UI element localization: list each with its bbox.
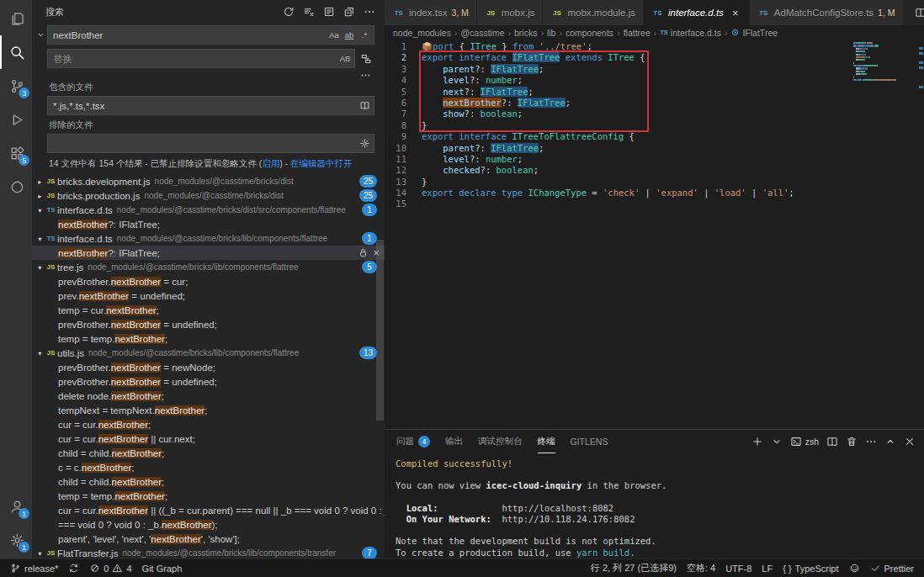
- file-result-row[interactable]: ▸JSbricks.production.jsnode_modules/@cas…: [32, 188, 385, 203]
- panel-tab-调试控制台[interactable]: 调试控制台: [478, 430, 523, 453]
- activity-bar-item-remote-explorer[interactable]: [0, 170, 32, 204]
- status-item-feedback[interactable]: [844, 559, 865, 577]
- terminal-dropdown-button[interactable]: [771, 436, 783, 447]
- minimap[interactable]: [853, 40, 916, 85]
- panel-tab-问题[interactable]: 问题4: [396, 430, 430, 453]
- toggle-replace-chevron[interactable]: [34, 25, 47, 45]
- tab-mobx.js[interactable]: JSmobx.js: [477, 0, 544, 25]
- open-search-editor-button[interactable]: [321, 3, 337, 20]
- status-item-cursor-position[interactable]: 行 2, 列 27 (已选择9): [586, 559, 682, 577]
- files-include-input[interactable]: [53, 101, 355, 111]
- breadcrumb-item-@casstime[interactable]: @casstime: [460, 28, 504, 38]
- search-input[interactable]: [53, 30, 327, 40]
- open-editors-filter-icon[interactable]: [355, 98, 374, 114]
- match-row[interactable]: temp = temp.nextBrother;: [32, 331, 385, 346]
- replace-all-button[interactable]: [358, 50, 374, 67]
- file-result-row[interactable]: ▾JSFlatTransfer.jsnode_modules/@casstime…: [32, 546, 385, 558]
- status-item-eol[interactable]: LF: [757, 559, 778, 577]
- match-row[interactable]: cur = cur.nextBrother || ((_b = cur.pare…: [32, 503, 385, 517]
- match-row[interactable]: child = child.nextBrother;: [32, 474, 385, 489]
- panel-tab-GITLENS[interactable]: GITLENS: [571, 430, 608, 453]
- breadcrumb-item-interface.d.ts[interactable]: TSinterface.d.ts: [660, 28, 721, 38]
- status-item-problems[interactable]: 04: [84, 559, 136, 577]
- file-result-row[interactable]: ▾JSutils.jsnode_modules/@casstime/bricks…: [32, 346, 385, 360]
- match-case-toggle[interactable]: Aa: [327, 28, 342, 43]
- match-row[interactable]: c = c.nextBrother;: [32, 460, 385, 474]
- status-item-prettier[interactable]: Prettier: [865, 559, 919, 577]
- kill-terminal-button[interactable]: [846, 436, 858, 447]
- collapse-all-button[interactable]: [341, 3, 358, 20]
- summary-link[interactable]: 在编辑器中打开: [290, 158, 353, 168]
- file-result-row[interactable]: ▾JStree.jsnode_modules/@casstime/bricks/…: [32, 260, 385, 274]
- breadcrumb-item-components[interactable]: components: [566, 28, 613, 38]
- split-editor-button[interactable]: [912, 4, 924, 21]
- file-result-row[interactable]: ▾TSinterface.d.tsnode_modules/@casstime/…: [32, 231, 385, 246]
- status-item-sync[interactable]: [63, 559, 84, 577]
- summary-link[interactable]: 启用: [262, 158, 279, 168]
- tab-mobx.module.js[interactable]: JSmobx.module.js: [543, 0, 644, 25]
- breadcrumb-item-node_modules[interactable]: node_modules: [393, 28, 451, 38]
- selection-mark: [919, 52, 923, 55]
- whole-word-toggle[interactable]: ab: [342, 28, 357, 43]
- terminal-output[interactable]: Compiled successfully! You can now view …: [385, 453, 924, 558]
- status-item-git-branch[interactable]: release*: [5, 559, 63, 577]
- split-terminal-button[interactable]: [826, 436, 838, 447]
- sidebar-scrollbar[interactable]: [376, 240, 384, 421]
- match-row[interactable]: === void 0 ? void 0 : _b.nextBrother);: [32, 517, 385, 532]
- activity-bar-item-search[interactable]: [0, 35, 32, 69]
- status-item-encoding[interactable]: UTF-8: [720, 559, 757, 577]
- breadcrumb-item-lib[interactable]: lib: [547, 28, 556, 38]
- clear-results-button[interactable]: [300, 3, 317, 20]
- tab-index.tsx[interactable]: TSindex.tsx3, M: [385, 0, 477, 25]
- activity-bar-item-settings[interactable]: 1: [0, 523, 32, 557]
- match-row[interactable]: temp = cur.nextBrother;: [32, 303, 385, 317]
- activity-bar-item-accounts[interactable]: 1: [0, 490, 32, 523]
- match-row[interactable]: prevBrother.nextBrother = newNode;: [32, 360, 385, 374]
- exclude-settings-icon[interactable]: [355, 135, 374, 152]
- close-icon[interactable]: ×: [730, 7, 741, 19]
- editor-code[interactable]: 📦port { ITree } from '../tree';export in…: [415, 40, 924, 429]
- refresh-button[interactable]: [280, 3, 297, 20]
- match-row[interactable]: cur = cur.nextBrother || cur.next;: [32, 431, 385, 446]
- match-row[interactable]: nextBrother?: IFlatTree;: [32, 217, 385, 231]
- tab-interface.d.ts[interactable]: TSinterface.d.ts×: [644, 0, 750, 25]
- status-item-indentation[interactable]: 空格: 4: [682, 559, 720, 577]
- file-result-row[interactable]: ▾TSinterface.d.tsnode_modules/@casstime/…: [32, 203, 385, 217]
- status-item-git-graph[interactable]: Git Graph: [137, 559, 188, 577]
- match-row[interactable]: prevBrother.nextBrother = undefined;: [32, 317, 385, 331]
- search-more-button[interactable]: [361, 3, 378, 20]
- breadcrumb-item-bricks[interactable]: bricks: [514, 28, 537, 38]
- breadcrumb-item-IFlatTree[interactable]: IFlatTree: [730, 28, 778, 38]
- activity-bar-item-source-control[interactable]: 3: [0, 69, 32, 103]
- status-item-language-mode[interactable]: { }TypeScript: [778, 559, 843, 577]
- activity-bar-item-extensions[interactable]: 5: [0, 136, 32, 170]
- match-row[interactable]: prevBrother.nextBrother = undefined;: [32, 374, 385, 389]
- match-row[interactable]: child = child.nextBrother;: [32, 446, 385, 460]
- replace-input[interactable]: [53, 54, 337, 64]
- tab-AdMatchConfigStore.ts[interactable]: TSAdMatchConfigStore.ts1, M: [750, 0, 904, 25]
- panel-tab-输出[interactable]: 输出: [445, 430, 463, 453]
- match-row[interactable]: tempNext = tempNext.nextBrother;: [32, 403, 385, 417]
- preserve-case-toggle[interactable]: AB: [337, 51, 353, 66]
- match-row[interactable]: prevBrother.nextBrother = cur;: [32, 274, 385, 288]
- match-row[interactable]: temp = temp.nextBrother;: [32, 489, 385, 503]
- shell-indicator[interactable]: zsh: [790, 436, 819, 447]
- new-terminal-button[interactable]: [751, 436, 763, 447]
- maximize-panel-button[interactable]: [884, 436, 896, 447]
- files-exclude-input[interactable]: [53, 139, 355, 149]
- match-row[interactable]: parent', 'level', 'next', 'nextBrother',…: [32, 532, 385, 546]
- match-row[interactable]: cur = cur.nextBrother;: [32, 417, 385, 431]
- match-row[interactable]: nextBrother?: IFlatTree;×: [32, 246, 385, 260]
- breadcrumb-item-flattree[interactable]: flattree: [624, 28, 651, 38]
- close-panel-button[interactable]: [904, 436, 916, 447]
- panel-tab-终端[interactable]: 终端: [538, 430, 555, 453]
- panel-more-button[interactable]: [865, 436, 877, 447]
- match-row[interactable]: delete node.nextBrother;: [32, 389, 385, 403]
- match-row[interactable]: prev.nextBrother = undefined;: [32, 288, 385, 303]
- file-result-row[interactable]: ▸JSbricks.development.jsnode_modules/@ca…: [32, 174, 385, 188]
- activity-bar-item-explorer[interactable]: [0, 2, 32, 35]
- chevron-down-icon: [771, 436, 783, 447]
- activity-bar-item-run-debug[interactable]: [0, 103, 32, 136]
- regex-toggle[interactable]: .*: [357, 28, 372, 43]
- toggle-search-details-button[interactable]: [358, 70, 373, 80]
